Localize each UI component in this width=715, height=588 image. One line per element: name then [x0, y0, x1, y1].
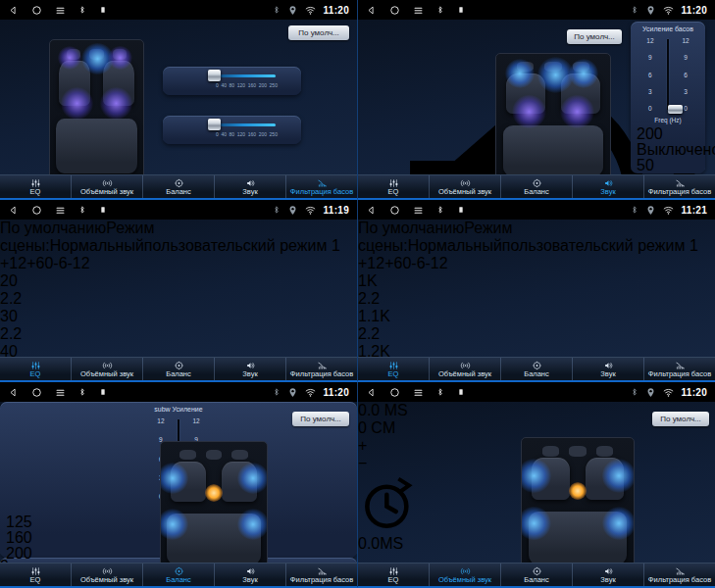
home-icon[interactable] — [389, 5, 400, 16]
tab-balance[interactable]: Баланс — [500, 358, 572, 380]
balance-point[interactable] — [569, 482, 587, 500]
eq-bands: 1K2.21.1K2.21.2K2.21.3K2.21.5K2.21.7K2.2… — [358, 272, 715, 357]
bass-boost-slider[interactable]: 129630 129630 — [631, 35, 705, 114]
default-button[interactable]: По умолч... — [567, 29, 622, 44]
wifi-icon — [305, 205, 316, 216]
balance-point[interactable] — [205, 484, 223, 502]
tab-label: Фильтрация басов — [648, 370, 711, 378]
preset-button-3[interactable]: пользовательский режим 1 — [144, 237, 340, 254]
slider-track[interactable] — [217, 123, 276, 126]
volume-up-icon[interactable] — [282, 75, 294, 87]
sd-card-icon — [99, 205, 107, 215]
slider-handle[interactable] — [208, 70, 221, 81]
car-audio-settings-collage: 11:20 По умолч... 04080120160200250 — [0, 0, 715, 588]
tab-balance[interactable]: Баланс — [500, 564, 572, 586]
freq-option[interactable]: 200 — [637, 125, 699, 138]
home-icon[interactable] — [389, 205, 400, 216]
tab-surround-sound[interactable]: Объёмный звук — [429, 358, 500, 380]
eq-band[interactable]: 1.2K2.2 — [358, 343, 715, 357]
bluetooth-icon — [273, 387, 281, 397]
tab-eq[interactable]: EQ — [358, 564, 429, 586]
location-icon — [287, 5, 298, 16]
home-icon[interactable] — [31, 387, 42, 398]
tab-sound[interactable]: Звук — [572, 564, 643, 586]
tab-balance[interactable]: Баланс — [500, 175, 572, 198]
location-icon — [645, 205, 656, 216]
tab-bass-filter[interactable]: Фильтрация басов — [643, 175, 715, 198]
home-icon[interactable] — [31, 5, 42, 16]
tab-bass-filter[interactable]: Фильтрация басов — [643, 358, 715, 380]
speaker-glow — [108, 46, 132, 71]
eq-band[interactable]: 202.2 — [0, 272, 357, 308]
status-time: 11:20 — [323, 387, 349, 398]
menu-icon[interactable] — [55, 205, 66, 216]
car-seats-graphic[interactable] — [521, 437, 635, 563]
tab-surround-sound[interactable]: Объёмный звук — [71, 564, 142, 586]
tab-sound[interactable]: Звук — [214, 175, 285, 198]
tab-balance[interactable]: Баланс — [142, 564, 214, 586]
tab-bass-filter[interactable]: Фильтрация басов — [285, 358, 357, 380]
tab-surround-sound[interactable]: Объёмный звук — [71, 358, 142, 380]
freq-option-selected[interactable]: Выключено — [637, 141, 699, 154]
preset-button-1[interactable]: По умолчанию — [358, 220, 464, 236]
balance-position-pad[interactable] — [160, 441, 268, 563]
tab-eq[interactable]: EQ — [358, 175, 429, 198]
menu-icon[interactable] — [413, 205, 424, 216]
back-icon[interactable] — [366, 5, 377, 16]
tab-label: EQ — [388, 188, 399, 196]
menu-icon[interactable] — [413, 5, 424, 16]
back-icon[interactable] — [366, 387, 377, 398]
tab-bass-filter[interactable]: Фильтрация басов — [643, 564, 715, 586]
back-icon[interactable] — [8, 387, 19, 398]
preset-button-3[interactable]: пользовательский режим 1 — [502, 237, 698, 254]
freq-option[interactable]: 50 — [637, 157, 699, 170]
volume-up-icon[interactable] — [282, 124, 294, 136]
delay-front-left[interactable]: 0.0MS0CM — [358, 472, 421, 563]
tab-sound[interactable]: Звук — [572, 175, 643, 198]
back-icon[interactable] — [8, 205, 19, 216]
tab-bass-filter[interactable]: Фильтрация басов — [285, 564, 357, 586]
back-icon[interactable] — [366, 205, 377, 216]
slider-track[interactable] — [217, 74, 276, 77]
tab-eq[interactable]: EQ — [0, 175, 71, 198]
volume-down-icon[interactable] — [189, 124, 201, 136]
preset-button-1[interactable]: По умолчанию — [0, 220, 106, 236]
tab-sound[interactable]: Звук — [214, 358, 285, 380]
slider-handle[interactable] — [668, 105, 683, 114]
tab-eq[interactable]: EQ — [0, 564, 71, 586]
equalizer-icon — [388, 178, 399, 188]
tab-sound[interactable]: Звук — [214, 564, 285, 586]
eq-band[interactable]: 302.2 — [0, 308, 357, 343]
home-icon[interactable] — [31, 205, 42, 216]
menu-icon[interactable] — [55, 387, 66, 398]
sd-card-icon — [99, 5, 107, 15]
tab-bass-filter[interactable]: Фильтрация басов — [285, 175, 357, 198]
equalizer-icon — [388, 361, 399, 370]
crosshair-icon — [170, 122, 184, 137]
tab-eq[interactable]: EQ — [0, 358, 71, 380]
back-icon[interactable] — [8, 5, 19, 16]
tab-surround-sound[interactable]: Объёмный звук — [429, 564, 500, 586]
slider-handle[interactable] — [208, 119, 221, 130]
menu-icon[interactable] — [55, 5, 66, 16]
tab-eq[interactable]: EQ — [358, 358, 429, 380]
volume-down-icon[interactable] — [189, 75, 201, 87]
frequency-slider[interactable]: 04080120160200250 — [206, 67, 278, 95]
default-button[interactable]: По умолч... — [652, 412, 709, 426]
tab-surround-sound[interactable]: Объёмный звук — [71, 175, 142, 198]
default-button[interactable]: По умолч... — [288, 25, 349, 40]
default-button[interactable]: По умолч... — [292, 412, 349, 426]
home-icon[interactable] — [389, 387, 400, 398]
tab-sound[interactable]: Звук — [572, 358, 643, 380]
band-q: 2.2 — [358, 325, 715, 343]
menu-icon[interactable] — [413, 387, 424, 398]
tick-label: 40 — [221, 82, 227, 88]
eq-band[interactable]: 402.2 — [0, 343, 357, 357]
tab-surround-sound[interactable]: Объёмный звук — [429, 175, 500, 198]
frequency-slider[interactable]: 04080120160200250 — [206, 116, 278, 144]
wifi-icon — [305, 387, 316, 398]
tab-balance[interactable]: Баланс — [142, 175, 214, 198]
eq-band[interactable]: 1K2.2 — [358, 272, 715, 308]
eq-band[interactable]: 1.1K2.2 — [358, 308, 715, 343]
tab-balance[interactable]: Баланс — [142, 358, 214, 380]
